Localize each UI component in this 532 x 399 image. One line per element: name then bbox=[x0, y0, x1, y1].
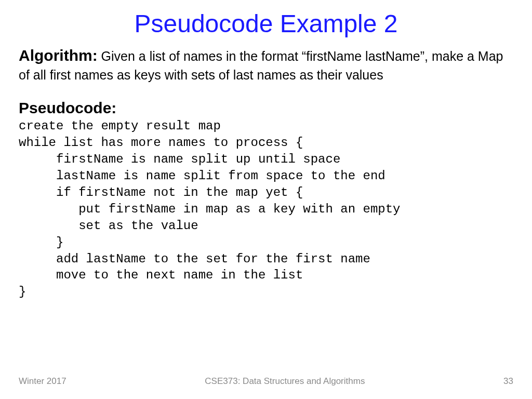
algorithm-label: Algorithm: bbox=[19, 47, 98, 64]
slide-content: Algorithm: Given a list of names in the … bbox=[19, 45, 513, 300]
footer-course: CSE373: Data Structures and Algorithms bbox=[66, 376, 503, 387]
slide-title: Pseudocode Example 2 bbox=[19, 9, 513, 38]
footer-page: 33 bbox=[503, 376, 513, 387]
footer-term: Winter 2017 bbox=[19, 376, 66, 387]
pseudocode-block: create the empty result map while list h… bbox=[19, 118, 513, 300]
algorithm-section: Algorithm: Given a list of names in the … bbox=[19, 45, 513, 84]
pseudocode-label: Pseudocode: bbox=[19, 99, 513, 117]
slide: Pseudocode Example 2 Algorithm: Given a … bbox=[0, 0, 532, 399]
slide-footer: Winter 2017 CSE373: Data Structures and … bbox=[0, 376, 532, 387]
